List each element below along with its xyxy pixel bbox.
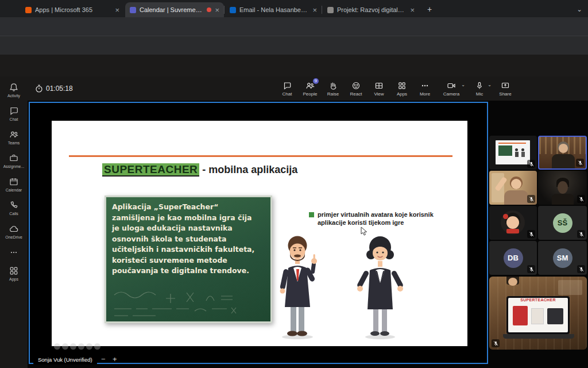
sidebar-label: Teams [8,141,20,145]
video-tile-participant[interactable] [489,171,537,205]
presenter-toolbar-button[interactable] [54,343,60,350]
outlook-favicon [230,7,236,13]
presenter-toolbar-button[interactable] [62,343,68,350]
sidebar-label: Activity [7,94,20,98]
zoom-out-button[interactable]: − [101,355,106,363]
app-window: Apps | Microsoft 365 × Calendar | Suvrem… [0,0,588,368]
browser-tab[interactable]: Email - Nela Hasanbegović - × [225,2,322,17]
timer-icon [34,84,44,93]
sidebar-more-icon[interactable] [0,247,28,258]
participant-initials: SM [553,248,572,268]
sidebar-item-assignments[interactable]: Assignme... [0,153,28,168]
chat-icon [283,81,292,90]
presenter-toolbar-button[interactable] [78,343,84,350]
participant-initials: DB [504,248,523,268]
camera-chevron-icon[interactable]: ⌄ [461,82,465,87]
sidebar-item-calendar[interactable]: Calendar [0,177,28,192]
tab-close-icon[interactable]: × [410,6,415,14]
mic-chevron-icon[interactable]: ⌄ [488,82,492,87]
people-button[interactable]: 9 People [299,77,322,100]
button-label: Raise [327,91,339,97]
tab-search-chevron-icon[interactable]: ⌄ [574,4,585,14]
sidebar-item-chat[interactable]: Chat [0,106,28,121]
view-grid-icon [374,81,384,90]
camera-button[interactable]: ⌄ Camera [436,77,466,100]
presenter-toolbar [54,343,100,350]
laptop-screen: SUPERTEACHER [506,296,570,334]
mic-off-icon [577,230,585,238]
react-button[interactable]: React [345,77,368,100]
video-tile-screenshare-thumb[interactable] [489,136,537,170]
sidebar-item-teams[interactable]: Teams [0,129,28,145]
view-button[interactable]: View [368,77,390,100]
tab-title: Calendar | Suvremeni kon [140,6,203,13]
chalkboard: Aplikacija „SuperTeacher“ zamišljena je … [105,195,272,323]
laptop-slide-title: SUPERTEACHER [508,298,568,302]
browser-tab-active[interactable]: Calendar | Suvremeni kon × [125,2,224,17]
video-tile-initials[interactable]: SŠ [538,206,587,240]
mic-off-icon [527,195,535,203]
share-button[interactable]: Share [493,77,518,100]
meeting-stage: SUPERTEACHER- mobilna aplikacija Aplikac… [28,101,588,368]
presenter-toolbar-button[interactable] [94,343,100,350]
meeting-timer: 01:05:18 [46,85,73,93]
teams-people-icon [9,129,19,140]
slide-accent-line [69,155,452,157]
tab-title: Apps | Microsoft 365 [35,6,111,13]
browser-tab[interactable]: Projekt: Razvoj digitalnih kom × [323,2,419,17]
chat-button[interactable]: Chat [276,77,299,100]
tab-close-icon[interactable]: × [115,6,119,14]
sidebar-item-onedrive[interactable]: OneDrive [0,224,28,239]
video-tile-initials[interactable]: SM [538,241,587,275]
browser-tab-strip: Apps | Microsoft 365 × Calendar | Suvrem… [0,0,588,17]
mouse-cursor-icon [361,227,368,236]
presenter-toolbar-button[interactable] [86,343,92,350]
tab-close-icon[interactable]: × [312,6,317,14]
zoom-in-button[interactable]: + [113,355,117,363]
video-tile-participant-avatar[interactable] [489,206,537,240]
raise-hand-icon [328,81,338,90]
chalkboard-text: Aplikacija „SuperTeacher“ zamišljena je … [112,202,267,277]
sidebar-label: Calendar [6,188,22,192]
slide-title-rest: - mobilna aplikacija [202,164,297,175]
button-label: People [303,91,318,97]
presenter-name-pill: Sonja Vuk (Unverified) [33,355,97,365]
mic-off-icon [527,230,535,238]
tab-close-icon[interactable]: × [215,6,219,14]
new-tab-button[interactable]: + [424,3,435,15]
participant-initials: SŠ [553,213,572,233]
video-tile-participant[interactable] [538,171,587,205]
shared-screen-frame: SUPERTEACHER- mobilna aplikacija Aplikac… [29,102,488,364]
video-tile-room[interactable]: SUPERTEACHER [489,277,587,350]
more-button[interactable]: More [413,77,436,100]
bullet-square-icon [309,212,314,217]
video-tile-participant[interactable] [538,136,587,170]
briefcase-icon [9,153,19,163]
raise-hand-button[interactable]: Raise [322,77,345,100]
button-label: Mic [476,91,483,97]
apps-grid-icon [397,81,407,90]
female-avatar-illustration [350,223,410,342]
tab-title: Email - Nela Hasanbegović - [239,6,309,13]
mic-off-icon [527,265,535,273]
video-tile-initials[interactable]: DB [489,241,537,275]
sidebar-item-apps[interactable]: Apps [0,266,28,281]
button-label: Share [499,91,511,97]
apps-button[interactable]: Apps [390,77,413,100]
sidebar-item-calls[interactable]: Calls [0,200,28,216]
presenter-toolbar-button[interactable] [70,343,76,350]
apps-grid-icon [9,266,19,276]
bell-icon [9,82,19,93]
slide-title-highlight: SUPERTEACHER [102,163,199,177]
mic-button[interactable]: ⌄ Mic [466,77,493,100]
share-screen-icon [501,81,510,90]
recording-indicator-dot [207,7,211,12]
phone-icon [9,200,19,210]
button-label: Camera [443,91,459,97]
cloud-icon [9,224,19,234]
browser-tab[interactable]: Apps | Microsoft 365 × [21,2,124,17]
more-dots-icon [9,247,19,258]
sidebar-item-activity[interactable]: Activity [0,82,28,98]
tab-title: Projekt: Razvoj digitalnih kom [337,6,407,13]
button-label: Apps [397,91,407,97]
